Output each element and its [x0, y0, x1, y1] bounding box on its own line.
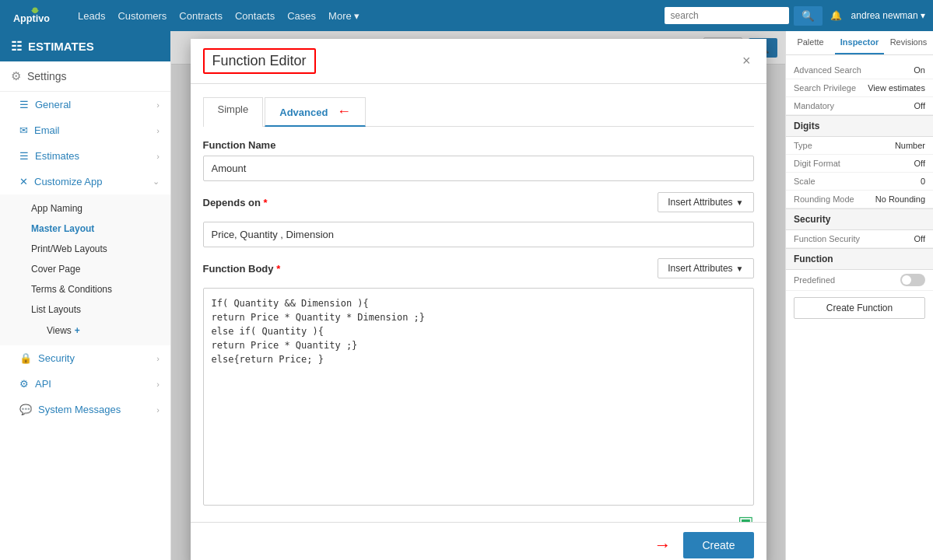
user-area: 🔔 andrea newman ▾ [830, 10, 925, 21]
email-label: Email [34, 124, 60, 136]
function-body-textarea[interactable]: If( Quantity && Dimension ){ return Pric… [203, 288, 754, 506]
svg-text:Apptivo: Apptivo [13, 13, 50, 24]
digit-format-label: Digit Format [794, 159, 914, 168]
depends-on-input[interactable] [203, 222, 754, 247]
modal-overlay: Function Editor × Simple Advanced ← [171, 31, 785, 560]
modal-tabs: Simple Advanced ← [203, 96, 754, 127]
advanced-search-label: Advanced Search [794, 65, 914, 75]
notifications-icon[interactable]: 🔔 [830, 10, 842, 21]
module-header: ☷ ESTIMATES [0, 31, 170, 61]
depends-on-label: Depends on * [203, 197, 268, 208]
system-messages-label: System Messages [38, 404, 121, 415]
rounding-value: No Rounding [875, 194, 925, 204]
sidebar-item-api[interactable]: ⚙ API › [0, 371, 170, 397]
sub-app-naming[interactable]: App Naming [23, 198, 170, 219]
sub-terms-conditions[interactable]: Terms & Conditions [23, 279, 170, 299]
customize-submenu: App Naming Master Layout Print/Web Layou… [0, 194, 170, 345]
nav-more[interactable]: More ▾ [328, 10, 360, 22]
customize-chevron: ⌄ [153, 177, 160, 187]
mandatory-value: Off [914, 101, 925, 110]
tab-revisions[interactable]: Revisions [884, 31, 933, 54]
security-icon: 🔒 [19, 352, 32, 364]
inspector-row-scale: Scale 0 [786, 173, 933, 191]
nav-contracts[interactable]: Contracts [179, 10, 223, 22]
modal-body: Simple Advanced ← Function Name [191, 84, 766, 522]
function-body-header: Function Body * Insert Attributes ▼ [203, 258, 754, 283]
customize-label: Customize App [34, 176, 102, 187]
inspector-row-function-security: Function Security Off [786, 230, 933, 248]
sub-print-web[interactable]: Print/Web Layouts [23, 239, 170, 259]
textarea-footer: ▣ [203, 513, 754, 522]
sidebar-item-customize[interactable]: ✕ Customize App ⌄ [0, 169, 170, 194]
nav-cases[interactable]: Cases [287, 10, 316, 22]
search-button[interactable]: 🔍 [794, 6, 823, 26]
function-body-insert-btn[interactable]: Insert Attributes ▼ [658, 258, 753, 278]
inspector-row-rounding: Rounding Mode No Rounding [786, 191, 933, 208]
api-chevron: › [156, 380, 160, 389]
app-logo[interactable]: Apptivo [8, 5, 62, 26]
depends-on-header: Depends on * Insert Attributes ▼ [203, 192, 754, 217]
function-body-insert-row: Insert Attributes ▼ [658, 258, 753, 278]
inspector-row-search-privilege: Search Privilege View estimates [786, 79, 933, 97]
inspector-row-predefined: Predefined [786, 270, 933, 291]
create-function-button[interactable]: Create Function [794, 297, 925, 319]
predefined-toggle[interactable] [900, 274, 925, 286]
estimates-icon: ☰ [19, 150, 29, 162]
sidebar-item-email[interactable]: ✉ Email › [0, 117, 170, 143]
add-view-icon[interactable]: + [75, 325, 80, 336]
function-body-group: Function Body * Insert Attributes ▼ If( … [203, 258, 754, 522]
tab-advanced[interactable]: Advanced ← [265, 97, 366, 127]
nav-links: Leads Customers Contracts Contacts Cases… [78, 10, 360, 22]
mandatory-label: Mandatory [794, 101, 914, 110]
modal-footer: → Create [191, 522, 766, 560]
sub-views[interactable]: Views + [23, 320, 170, 341]
modal-header: Function Editor × [191, 39, 766, 84]
function-name-input[interactable] [203, 156, 754, 181]
sidebar-item-general[interactable]: ☰ General › [0, 92, 170, 117]
api-label: API [35, 378, 51, 390]
inspector-row-advanced-search: Advanced Search On [786, 61, 933, 79]
tab-palette[interactable]: Palette [786, 31, 835, 54]
sidebar-item-security[interactable]: 🔒 Security › [0, 345, 170, 371]
system-messages-icon: 💬 [19, 404, 32, 415]
scale-label: Scale [794, 177, 921, 186]
search-input[interactable] [665, 7, 789, 24]
inspector-row-digit-format: Digit Format Off [786, 155, 933, 173]
top-nav: Apptivo Leads Customers Contracts Contac… [0, 0, 933, 31]
create-button[interactable]: Create [683, 532, 753, 558]
nav-contacts[interactable]: Contacts [235, 10, 275, 22]
function-section-title: Function [786, 248, 933, 270]
grid-icon: ☷ [11, 39, 22, 54]
api-icon: ⚙ [19, 378, 29, 390]
tab-simple[interactable]: Simple [203, 97, 264, 127]
refresh-button[interactable]: ▣ [738, 513, 754, 522]
settings-section: ⚙ Settings [0, 61, 170, 92]
rounding-label: Rounding Mode [794, 194, 875, 204]
depends-on-insert-btn[interactable]: Insert Attributes ▼ [658, 192, 753, 212]
advanced-search-value: On [914, 65, 925, 75]
function-body-insert-caret: ▼ [736, 264, 744, 273]
depends-on-group: Depends on * Insert Attributes ▼ [203, 192, 754, 247]
sub-list-layouts[interactable]: List Layouts [23, 299, 170, 320]
insert-btn-caret: ▼ [736, 198, 744, 207]
user-menu[interactable]: andrea newman ▾ [851, 10, 925, 21]
sidebar-item-estimates[interactable]: ☰ Estimates › [0, 143, 170, 169]
function-editor-modal: Function Editor × Simple Advanced ← [191, 39, 766, 560]
depends-on-required: * [264, 197, 268, 208]
sub-cover-page[interactable]: Cover Page [23, 259, 170, 279]
search-privilege-value: View estimates [868, 83, 925, 93]
right-panel-tabs: Palette Inspector Revisions [786, 31, 933, 55]
nav-leads[interactable]: Leads [78, 10, 105, 22]
function-body-required: * [276, 263, 280, 275]
nav-customers[interactable]: Customers [118, 10, 167, 22]
sidebar-item-system-messages[interactable]: 💬 System Messages › [0, 397, 170, 422]
tab-inspector[interactable]: Inspector [835, 31, 884, 54]
general-chevron: › [156, 100, 160, 110]
scale-value: 0 [921, 177, 925, 186]
modal-close-button[interactable]: × [739, 53, 754, 69]
module-title: ESTIMATES [28, 40, 94, 53]
settings-label: Settings [27, 70, 67, 82]
function-name-label: Function Name [203, 139, 754, 151]
gear-icon: ⚙ [11, 69, 21, 83]
sub-master-layout[interactable]: Master Layout [23, 219, 170, 239]
